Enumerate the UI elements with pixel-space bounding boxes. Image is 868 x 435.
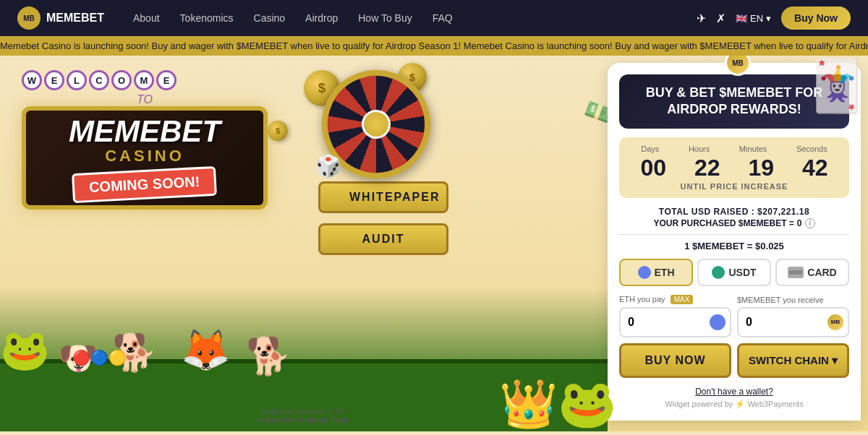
playing-card-decoration: 🃏 xyxy=(805,56,868,115)
welcome-letters: W E L C O M E xyxy=(22,70,268,90)
to-text: TO xyxy=(22,93,268,106)
letter-o: O xyxy=(111,70,132,90)
countdown-section: Days Hours Minutes Seconds 00 22 19 xyxy=(619,137,849,198)
buy-now-button[interactable]: BUY NOW xyxy=(619,343,731,378)
main-content: $ $ $ $ W E L C O M E TO MEMEBET CASINO … xyxy=(0,56,868,431)
hours-label: Hours xyxy=(689,145,710,153)
nav-casino[interactable]: Casino xyxy=(254,12,286,24)
language-selector[interactable]: 🇬🇧 EN ▾ xyxy=(736,13,771,24)
eth-tab-label: ETH xyxy=(655,267,675,278)
powered-by-text: Widget powered by xyxy=(665,400,733,408)
sponsor-name: Argentina National Team xyxy=(258,415,351,424)
flag-icon: 🇬🇧 xyxy=(736,13,747,24)
no-wallet-link[interactable]: Don't have a wallet? xyxy=(619,387,849,397)
letter-l: L xyxy=(67,70,87,90)
minutes-label: Minutes xyxy=(739,145,767,153)
frog-king-character: 👑🐸 xyxy=(499,376,616,431)
memebet-sign: MEMEBET CASINO COMING SOON! xyxy=(22,106,268,210)
minutes-value-item: 19 xyxy=(748,156,774,179)
days-value-item: 00 xyxy=(640,156,666,179)
days-number: 00 xyxy=(640,156,666,179)
total-raised: TOTAL USD RAISED : $207,221.18 xyxy=(619,207,849,217)
switch-chain-label: SWITCH CHAIN xyxy=(749,354,829,366)
divider xyxy=(619,234,849,235)
tab-eth[interactable]: ETH xyxy=(619,259,693,286)
nav-faq[interactable]: FAQ xyxy=(433,12,453,24)
whitepaper-button[interactable]: WHITEPAPER xyxy=(318,181,448,213)
eth-input-wrapper xyxy=(619,307,731,337)
price-info: 1 $MEMEBET = $0.025 xyxy=(619,241,849,251)
usdt-icon xyxy=(712,266,725,279)
letter-e: E xyxy=(44,70,64,90)
card-icon xyxy=(788,267,804,278)
logo-icon: MB xyxy=(17,7,41,30)
letter-e2: E xyxy=(156,70,176,90)
nav-about[interactable]: About xyxy=(133,12,160,24)
memebet-input-group: $MEMEBET you receive MB xyxy=(737,296,849,337)
memebet-input-wrapper: MB xyxy=(737,307,849,337)
eth-pay-label: ETH you pay MAX xyxy=(619,295,731,304)
seconds-label: Seconds xyxy=(796,145,827,153)
eth-token-icon xyxy=(710,314,726,330)
letter-w: W xyxy=(22,70,42,90)
payment-tabs: ETH USDT CARD xyxy=(619,259,849,286)
info-icon[interactable]: i xyxy=(805,218,815,228)
lang-text: EN xyxy=(750,13,763,24)
chevron-down-icon: ▾ xyxy=(766,13,771,24)
powered-by-brand: Web3Payments xyxy=(747,400,803,408)
center-section: 🎲 WHITEPAPER AUDIT xyxy=(318,70,448,255)
casino-label: CASINO xyxy=(38,147,252,165)
brand-name: MEMEBET xyxy=(38,116,252,147)
purchased-label: YOUR PURCHASED $MEMEBET = xyxy=(653,218,793,228)
powered-by: Widget powered by ⚡ Web3Payments xyxy=(619,400,849,409)
navbar: MB MEMEBET About Tokenomics Casino Airdr… xyxy=(0,0,868,36)
telegram-icon[interactable]: ✈ xyxy=(697,12,706,25)
sponsor-info: Regional Sponsor of the Argentina Nation… xyxy=(258,407,351,424)
action-buttons: BUY NOW SWITCH CHAIN ▾ xyxy=(619,343,849,378)
twitter-icon[interactable]: ✗ xyxy=(716,12,726,25)
purchased-value: 0 xyxy=(797,218,802,228)
card-tab-label: CARD xyxy=(807,267,836,278)
receive-label: $MEMEBET you receive xyxy=(737,296,849,304)
nav-right: ✈ ✗ 🇬🇧 EN ▾ Buy Now xyxy=(697,7,851,30)
logo-text: MEMEBET xyxy=(46,12,104,25)
eth-icon xyxy=(638,266,651,279)
poker-chips: 🔴🔵🟡 xyxy=(72,349,127,366)
welcome-sign: W E L C O M E TO MEMEBET CASINO COMING S… xyxy=(22,70,268,210)
ticker-bar: Memebet Casino is launching soon! Buy an… xyxy=(0,36,868,56)
eth-input-group: ETH you pay MAX xyxy=(619,295,731,337)
left-section: W E L C O M E TO MEMEBET CASINO COMING S… xyxy=(0,56,608,431)
tab-card[interactable]: CARD xyxy=(775,259,849,286)
minutes-number: 19 xyxy=(748,156,774,179)
countdown-labels: Days Hours Minutes Seconds xyxy=(626,145,842,153)
letter-c: C xyxy=(89,70,109,90)
character-shiba2: 🐕 xyxy=(246,335,291,377)
ticker-text: Memebet Casino is launching soon! Buy an… xyxy=(0,40,868,51)
switch-chain-button[interactable]: SWITCH CHAIN ▾ xyxy=(737,343,849,378)
logo[interactable]: MB MEMEBET xyxy=(17,7,104,30)
nav-how-to-buy[interactable]: How To Buy xyxy=(358,12,412,24)
character-pepe: 🐸 xyxy=(0,327,50,374)
countdown-values: 00 22 19 42 xyxy=(626,156,842,179)
nav-airdrop[interactable]: Airdrop xyxy=(305,12,338,24)
total-raised-value: $207,221.18 xyxy=(757,207,809,217)
hours-value-item: 22 xyxy=(694,156,720,179)
usdt-tab-label: USDT xyxy=(728,267,756,278)
days-label: Days xyxy=(641,145,659,153)
character-shiba: 🦊 xyxy=(181,327,231,374)
coming-soon-badge: COMING SOON! xyxy=(72,166,217,203)
letter-m: M xyxy=(134,70,154,90)
hours-number: 22 xyxy=(694,156,720,179)
seconds-number: 42 xyxy=(802,156,828,179)
dice-icon: 🎲 xyxy=(315,153,341,178)
chevron-down-icon: ▾ xyxy=(832,354,838,367)
memebet-token-icon: MB xyxy=(827,314,843,330)
until-text: UNTIL PRICE INCREASE xyxy=(626,182,842,191)
max-button[interactable]: MAX xyxy=(671,295,694,304)
audit-button[interactable]: AUDIT xyxy=(318,223,448,255)
nav-links: About Tokenomics Casino Airdrop How To B… xyxy=(133,12,697,24)
buy-now-button[interactable]: Buy Now xyxy=(781,7,851,30)
stats-section: TOTAL USD RAISED : $207,221.18 YOUR PURC… xyxy=(619,207,849,228)
nav-tokenomics[interactable]: Tokenomics xyxy=(180,12,234,24)
tab-usdt[interactable]: USDT xyxy=(697,259,771,286)
